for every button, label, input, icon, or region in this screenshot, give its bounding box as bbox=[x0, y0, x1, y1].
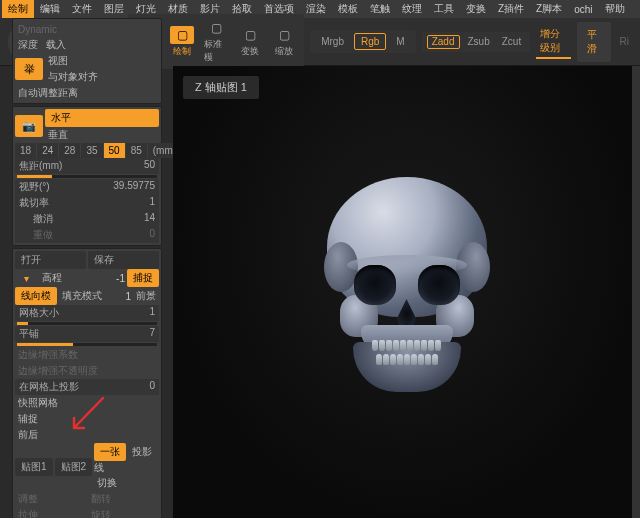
undo-row[interactable]: 撤消14 bbox=[15, 211, 159, 227]
frontback-label: 前后 bbox=[15, 427, 159, 443]
mode-绘制[interactable]: ▢绘制 bbox=[167, 24, 197, 60]
mode-标准模[interactable]: ▢标准模 bbox=[201, 17, 231, 66]
mm-35[interactable]: 35 bbox=[81, 143, 102, 158]
smooth-button[interactable]: 平滑 bbox=[577, 22, 610, 62]
menu-纹理[interactable]: 纹理 bbox=[396, 0, 428, 18]
focal-segments: 182428355085(mm) bbox=[15, 143, 159, 158]
menu-文件[interactable]: 文件 bbox=[66, 0, 98, 18]
right-label: Ri bbox=[617, 35, 632, 48]
view-icon[interactable]: 举 bbox=[15, 58, 43, 80]
menu-帮助[interactable]: 帮助 bbox=[599, 0, 631, 18]
mode-缩放[interactable]: ▢缩放 bbox=[269, 24, 299, 60]
sym-label[interactable]: 与对象对齐 bbox=[45, 69, 159, 85]
edge-opac-label[interactable]: 边缘增强不透明度 bbox=[15, 363, 159, 379]
snap-button[interactable]: 捕捉 bbox=[127, 269, 159, 287]
depth-label[interactable]: 深度 bbox=[15, 37, 41, 53]
reset-row[interactable]: 重做0 bbox=[15, 227, 159, 243]
grid-value: 1 bbox=[149, 306, 155, 320]
tex2-button[interactable]: 贴图2 bbox=[55, 458, 93, 476]
vertical-label[interactable]: 垂直 bbox=[45, 127, 159, 143]
adjust-label[interactable]: 调整 bbox=[15, 491, 86, 507]
mm-24[interactable]: 24 bbox=[37, 143, 58, 158]
depth-panel: Dynamic 深度载入 举视图与对象对齐 自动调整距离 bbox=[12, 18, 162, 104]
grid-slider[interactable] bbox=[17, 322, 157, 325]
reset-value: 0 bbox=[149, 228, 155, 242]
menu-笔触[interactable]: 笔触 bbox=[364, 0, 396, 18]
focal-value: 50 bbox=[144, 159, 155, 173]
mm-28[interactable]: 28 bbox=[59, 143, 80, 158]
rgb-button[interactable]: Rgb bbox=[354, 33, 386, 50]
flip-label[interactable]: 翻转 bbox=[88, 491, 159, 507]
menu-bar: 绘制编辑文件图层灯光材质影片拾取首选项渲染模板笔触纹理工具变换Z插件Z脚本och… bbox=[0, 0, 640, 18]
menu-绘制[interactable]: 绘制 bbox=[2, 0, 34, 18]
dynamic-label: Dynamic bbox=[15, 23, 60, 36]
snap2-label[interactable]: 辅捉 bbox=[15, 411, 159, 427]
camera-panel: 📷水平垂直 182428355085(mm) 焦距(mm)50 视野(°)39.… bbox=[12, 106, 162, 246]
saturation-label: 增分级别 bbox=[536, 25, 571, 59]
wire-button[interactable]: 线向模 bbox=[15, 287, 57, 305]
menu-编辑[interactable]: 编辑 bbox=[34, 0, 66, 18]
open-button[interactable]: 打开 bbox=[15, 251, 86, 269]
import-label[interactable]: 载入 bbox=[43, 37, 69, 53]
fov-row[interactable]: 视野(°)39.59775 bbox=[15, 179, 159, 195]
switch-label[interactable]: 切换 bbox=[94, 475, 159, 491]
menu-模板[interactable]: 模板 bbox=[332, 0, 364, 18]
grid-row[interactable]: 网格大小1 bbox=[15, 305, 159, 321]
crop-row[interactable]: 裁切率1 bbox=[15, 195, 159, 211]
tile-row[interactable]: 平铺7 bbox=[15, 326, 159, 342]
rotate-label[interactable]: 旋转 bbox=[88, 507, 159, 518]
zsub-button[interactable]: Zsub bbox=[464, 36, 494, 48]
fill-value: 1 bbox=[125, 291, 131, 302]
mode-变换[interactable]: ▢变换 bbox=[235, 24, 265, 60]
mm-85[interactable]: 85 bbox=[126, 143, 147, 158]
menu-变换[interactable]: 变换 bbox=[460, 0, 492, 18]
stretch-label[interactable]: 拉伸 bbox=[15, 507, 86, 518]
undo-value: 14 bbox=[144, 212, 155, 226]
mrgb-button[interactable]: Mrgb bbox=[315, 34, 350, 49]
camera-icon[interactable]: 📷 bbox=[15, 115, 43, 137]
proj-on-value: 0 bbox=[149, 380, 155, 394]
menu-ochi[interactable]: ochi bbox=[568, 2, 598, 17]
left-sidebar: Dynamic 深度载入 举视图与对象对齐 自动调整距离 📷水平垂直 18242… bbox=[12, 18, 162, 518]
menu-工具[interactable]: 工具 bbox=[428, 0, 460, 18]
proj-on-label: 在网格上投影 bbox=[19, 380, 79, 394]
proj-on-row[interactable]: 在网格上投影0 bbox=[15, 379, 159, 395]
tile-label: 平铺 bbox=[19, 327, 39, 341]
one-button[interactable]: 一张 bbox=[94, 443, 126, 461]
zcut-button[interactable]: Zcut bbox=[498, 36, 525, 48]
focal-label: 焦距(mm) bbox=[19, 159, 62, 173]
right-scrollbar[interactable] bbox=[632, 66, 640, 518]
crop-label: 裁切率 bbox=[19, 196, 49, 210]
fov-value: 39.59775 bbox=[113, 180, 155, 194]
dropdown-icon[interactable]: ▾ bbox=[15, 273, 37, 284]
projection-panel: 打开保存 ▾高程-1捕捉 线向模填充模式1前景 网格大小1 平铺7 边缘增强系数… bbox=[12, 248, 162, 518]
menu-图层[interactable]: 图层 bbox=[98, 0, 130, 18]
m-button[interactable]: M bbox=[390, 34, 410, 49]
menu-Z脚本[interactable]: Z脚本 bbox=[530, 0, 568, 18]
focal-slider[interactable] bbox=[17, 175, 157, 178]
skull-model[interactable] bbox=[322, 177, 492, 387]
auto-adjust-label[interactable]: 自动调整距离 bbox=[15, 85, 159, 101]
channel-group: Mrgb Rgb M bbox=[310, 30, 416, 53]
tile-value: 7 bbox=[149, 327, 155, 341]
menu-渲染[interactable]: 渲染 bbox=[300, 0, 332, 18]
level-button[interactable]: 水平 bbox=[45, 109, 159, 127]
mm-18[interactable]: 18 bbox=[15, 143, 36, 158]
tex1-button[interactable]: 贴图1 bbox=[15, 458, 53, 476]
tile-slider[interactable] bbox=[17, 343, 157, 346]
depth2-label: 高程 bbox=[39, 270, 114, 286]
save-button[interactable]: 保存 bbox=[88, 251, 159, 269]
menu-Z插件[interactable]: Z插件 bbox=[492, 0, 530, 18]
edge-boost-label[interactable]: 边缘增强系数 bbox=[15, 347, 159, 363]
grid-label: 网格大小 bbox=[19, 306, 59, 320]
zadd-button[interactable]: Zadd bbox=[427, 35, 460, 49]
crop-value: 1 bbox=[149, 196, 155, 210]
undo-label: 撤消 bbox=[33, 212, 53, 226]
front-label[interactable]: 前景 bbox=[133, 288, 159, 304]
snapgrid-label[interactable]: 快照网格 bbox=[15, 395, 159, 411]
viewport[interactable]: Z 轴贴图 1 bbox=[173, 66, 640, 518]
view-label[interactable]: 视图 bbox=[45, 53, 159, 69]
mm-50[interactable]: 50 bbox=[104, 143, 125, 158]
fov-label: 视野(°) bbox=[19, 180, 50, 194]
focal-row[interactable]: 焦距(mm)50 bbox=[15, 158, 159, 174]
